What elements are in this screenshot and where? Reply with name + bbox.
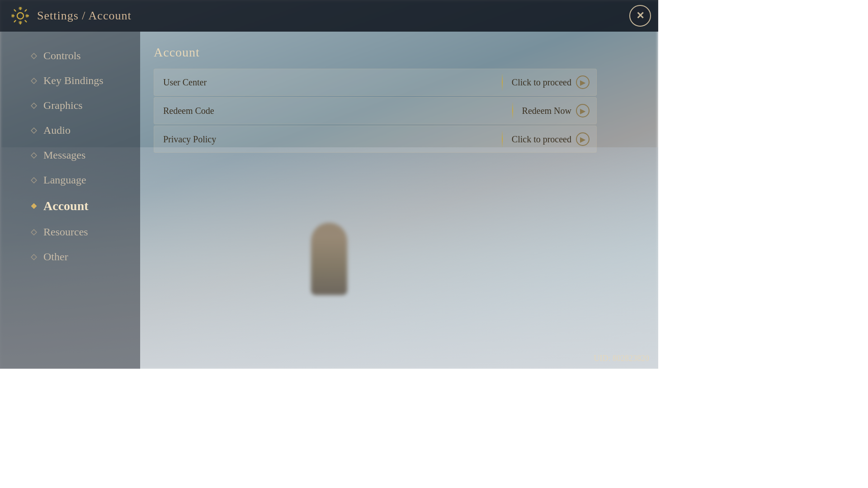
sidebar-item-controls[interactable]: Controls — [27, 45, 131, 66]
sidebar-item-resources[interactable]: Resources — [27, 221, 131, 243]
option-row-redeem-code[interactable]: Redeem CodeRedeem Now▶ — [154, 97, 597, 124]
sidebar-item-label-other: Other — [43, 251, 68, 263]
svg-marker-4 — [31, 128, 37, 133]
sidebar-item-label-account: Account — [43, 199, 89, 213]
option-name-redeem-code: Redeem Code — [154, 106, 503, 116]
sidebar-item-label-controls: Controls — [43, 50, 81, 62]
diamond-icon — [31, 177, 37, 183]
sidebar-item-graphics[interactable]: Graphics — [27, 95, 131, 116]
top-bar: Settings / Account ✕ — [0, 0, 658, 32]
sidebar-item-language[interactable]: Language — [27, 169, 131, 191]
arrow-icon-privacy-policy: ▶ — [576, 132, 590, 146]
uid-badge: UID: 802823820 — [594, 354, 650, 363]
option-action-redeem-code: Redeem Now▶ — [522, 104, 596, 117]
option-divider-redeem-code — [512, 102, 513, 120]
sidebar-item-label-resources: Resources — [43, 226, 88, 238]
svg-marker-8 — [31, 230, 37, 235]
sidebar-item-other[interactable]: Other — [27, 246, 131, 267]
option-row-user-center[interactable]: User CenterClick to proceed▶ — [154, 69, 597, 96]
diamond-icon — [31, 127, 37, 134]
svg-marker-6 — [31, 178, 37, 183]
svg-point-0 — [17, 13, 24, 19]
sidebar-item-label-graphics: Graphics — [43, 99, 83, 112]
option-action-privacy-policy: Click to proceed▶ — [512, 132, 596, 146]
option-row-privacy-policy[interactable]: Privacy PolicyClick to proceed▶ — [154, 126, 597, 153]
option-action-user-center: Click to proceed▶ — [512, 75, 596, 89]
arrow-icon-redeem-code: ▶ — [576, 104, 590, 117]
sidebar-item-label-language: Language — [43, 174, 86, 186]
diamond-active-icon — [31, 203, 37, 209]
svg-marker-7 — [31, 203, 37, 209]
close-button[interactable]: ✕ — [629, 5, 651, 27]
arrow-icon-user-center: ▶ — [576, 75, 590, 89]
sidebar-item-key-bindings[interactable]: Key Bindings — [27, 70, 131, 91]
svg-marker-5 — [31, 153, 37, 158]
option-divider-privacy-policy — [502, 130, 503, 148]
right-panel: Account User CenterClick to proceed▶Rede… — [140, 32, 658, 369]
option-name-privacy-policy: Privacy Policy — [154, 134, 493, 145]
diamond-icon — [31, 229, 37, 235]
svg-marker-1 — [31, 53, 37, 59]
sidebar-item-audio[interactable]: Audio — [27, 120, 131, 141]
options-list: User CenterClick to proceed▶Redeem CodeR… — [154, 69, 597, 153]
option-divider-user-center — [502, 73, 503, 91]
sidebar-item-label-key-bindings: Key Bindings — [43, 75, 104, 87]
section-title: Account — [154, 45, 636, 60]
sidebar-item-label-audio: Audio — [43, 124, 71, 136]
option-action-text-user-center: Click to proceed — [512, 77, 571, 88]
option-action-text-redeem-code: Redeem Now — [522, 106, 571, 116]
svg-marker-2 — [31, 78, 37, 84]
svg-marker-9 — [31, 254, 37, 260]
diamond-icon — [31, 103, 37, 109]
gear-icon — [9, 5, 32, 27]
diamond-icon — [31, 78, 37, 84]
svg-marker-3 — [31, 103, 37, 108]
header-title: Settings / Account — [37, 9, 132, 23]
diamond-icon — [31, 53, 37, 59]
sidebar-item-messages[interactable]: Messages — [27, 145, 131, 166]
sidebar: ControlsKey BindingsGraphicsAudioMessage… — [0, 32, 140, 369]
diamond-icon — [31, 254, 37, 260]
main-content: ControlsKey BindingsGraphicsAudioMessage… — [0, 32, 658, 369]
diamond-icon — [31, 152, 37, 159]
option-action-text-privacy-policy: Click to proceed — [512, 134, 571, 145]
sidebar-item-label-messages: Messages — [43, 149, 85, 161]
option-name-user-center: User Center — [154, 77, 493, 88]
sidebar-item-account[interactable]: Account — [27, 194, 131, 218]
